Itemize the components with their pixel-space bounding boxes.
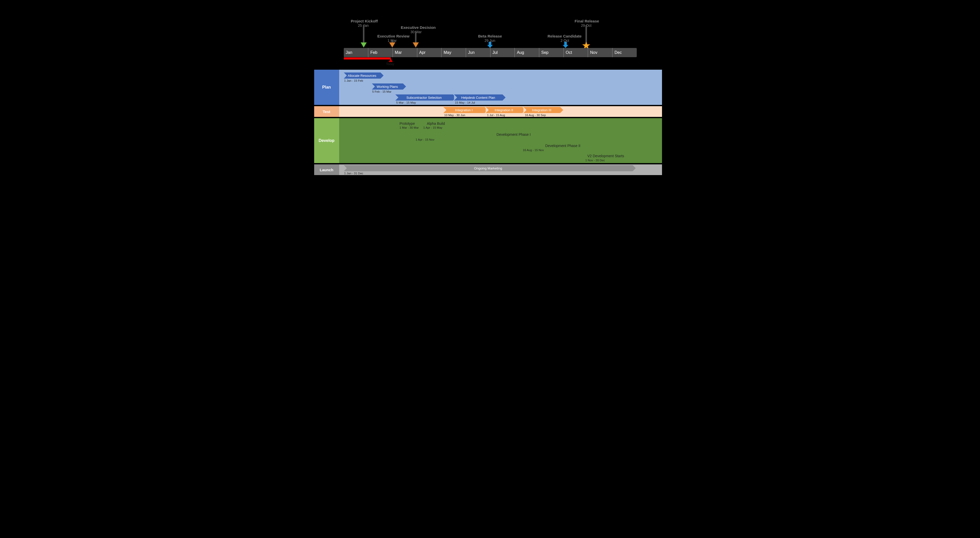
task-label: Development Phase I xyxy=(496,132,531,137)
task-bar: Integration III xyxy=(523,107,560,113)
task-dates: 16 Aug - 15 Nov xyxy=(523,148,544,151)
task-dates: 15 May - 14 Jul xyxy=(455,101,475,104)
task-bar: Ongoing Marketing xyxy=(344,165,633,171)
month-jul: Jul xyxy=(490,48,515,57)
month-jun: Jun xyxy=(466,48,490,57)
swimlane-body-develop: Prototype 1 Mar - 30 Mar Alpha Build 1 A… xyxy=(339,118,662,163)
month-feb: Feb xyxy=(368,48,393,57)
task-dates: 10 May - 30 Jun xyxy=(444,113,465,117)
milestone-label-kickoff: Project Kickoff xyxy=(351,19,378,23)
swimlane-label-plan: Plan xyxy=(314,70,339,105)
month-mar: Mar xyxy=(393,48,417,57)
milestone-label-exec-decision: Executive Decision xyxy=(401,25,436,30)
svg-marker-1 xyxy=(389,42,395,48)
progress-bar xyxy=(344,57,391,59)
task-dates: 1 Jan - 31 Dec xyxy=(344,172,363,175)
month-sep: Sep xyxy=(539,48,563,57)
milestone-label-rc: Release Candidate xyxy=(548,34,582,38)
task-bar: Helpdesk Content Plan xyxy=(454,94,503,100)
task-bar: Integration I xyxy=(443,107,485,113)
task-dates: 5 Feb - 15 Mar xyxy=(372,90,391,93)
task-dates: 1 Mar - 30 Mar xyxy=(400,126,419,129)
swimlane-body-test: Integration I 10 May - 30 Jun Integratio… xyxy=(339,106,662,117)
month-nov: Nov xyxy=(588,48,612,57)
task-label: Prototype xyxy=(400,121,415,126)
task-dates: 1 Apr - 15 May xyxy=(423,126,442,129)
today-marker-icon xyxy=(389,59,393,62)
svg-marker-2 xyxy=(413,42,419,48)
milestone-label-exec-review: Executive Review xyxy=(377,34,410,38)
month-may: May xyxy=(441,48,466,57)
month-oct: Oct xyxy=(563,48,588,57)
swimlane-body-launch: Ongoing Marketing 1 Jan - 31 Dec xyxy=(339,164,662,175)
arrow-down-icon xyxy=(563,42,568,48)
svg-marker-0 xyxy=(361,42,367,48)
task-label: V2 Development Starts xyxy=(587,154,624,158)
swimlane-label-develop: Develop xyxy=(314,118,339,163)
milestone-label-final: Final Release xyxy=(575,19,599,23)
month-axis: Jan Feb Mar Apr May Jun Jul Aug Sep Oct … xyxy=(344,48,637,57)
task-dates: 1 Apr - 15 Nov xyxy=(416,138,434,141)
task-dates: 1 Nov - 20 Dec xyxy=(585,159,605,162)
task-bar: Subcontractor Selection xyxy=(395,94,453,100)
task-dates: 1 Jul - 15 Aug xyxy=(487,113,505,117)
swimlane-label-test: Test xyxy=(314,106,339,117)
swimlane-body-plan: Allocate Resources 1 Jan - 15 Feb Workin… xyxy=(339,70,662,105)
task-label: Development Phase II xyxy=(546,144,581,148)
task-dates: 5 Mar - 15 May xyxy=(396,101,416,104)
task-bar: Allocate Resources xyxy=(344,73,380,79)
triangle-down-icon xyxy=(361,42,367,48)
milestone-stem xyxy=(415,31,417,43)
triangle-down-icon xyxy=(389,42,395,48)
task-bar: Working Plans xyxy=(372,83,403,89)
task-label: Alpha Build xyxy=(427,121,445,126)
swimlane-label-launch: Launch xyxy=(314,164,339,175)
gantt-chart: Project Kickoff 25 Jan Executive Review … xyxy=(298,0,682,207)
task-dates: 16 Aug - 30 Sep xyxy=(525,113,546,117)
svg-marker-4 xyxy=(389,59,393,62)
milestone-stem xyxy=(363,25,364,43)
milestone-label-beta: Beta Release xyxy=(478,34,502,38)
task-dates: 1 Jan - 15 Feb xyxy=(344,79,363,82)
task-bar: Integration II xyxy=(486,107,522,113)
month-dec: Dec xyxy=(612,48,637,57)
month-jan: Jan xyxy=(344,48,368,57)
milestone-stem xyxy=(585,25,587,43)
today-label: Today xyxy=(386,62,394,66)
triangle-down-icon xyxy=(413,42,419,48)
month-apr: Apr xyxy=(417,48,442,57)
arrow-down-icon xyxy=(487,42,493,48)
month-aug: Aug xyxy=(514,48,539,57)
